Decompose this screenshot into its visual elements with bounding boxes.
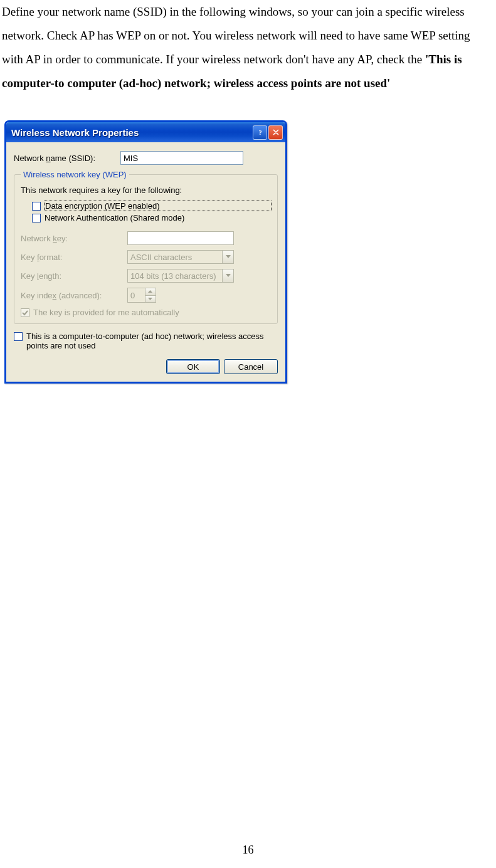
key-index-spinner: 0 [127,288,156,303]
key-length-select: 104 bits (13 characters) [127,269,234,283]
network-name-input[interactable] [120,151,243,165]
cancel-button[interactable]: Cancel [224,359,278,374]
network-key-label: Network key: [21,234,127,243]
titlebar-buttons: ? [253,125,283,140]
network-auth-checkbox[interactable] [32,214,41,222]
wep-group-description: This network requires a key for the foll… [21,186,271,195]
chevron-down-icon [222,251,233,263]
network-name-label: Network name (SSID): [14,154,120,163]
adhoc-checkbox[interactable] [14,332,23,341]
dialog-button-row: OK Cancel [14,359,278,374]
window-title: Wireless Network Properties [11,127,253,138]
key-index-row: Key index (advanced): 0 [21,288,271,303]
close-icon [272,128,280,136]
key-index-value: 0 [128,288,145,302]
auto-key-checkbox [21,308,29,317]
auto-key-label: The key is provided for me automatically [33,308,271,317]
wep-group-legend: Wireless network key (WEP) [21,170,129,179]
close-button[interactable] [268,125,283,140]
adhoc-row[interactable]: This is a computer-to-computer (ad hoc) … [14,332,278,350]
network-name-row: Network name (SSID): [14,151,278,165]
instruction-text: Define your network name (SSID) in the f… [2,5,470,66]
network-auth-row[interactable]: Network Authentication (Shared mode) [32,213,271,222]
key-length-label: Key length: [21,271,127,281]
ok-button[interactable]: OK [166,359,220,374]
check-icon [22,310,28,316]
adhoc-label: This is a computer-to-computer (ad hoc) … [26,332,278,350]
chevron-down-icon [222,269,233,282]
key-format-select: ASCII characters [127,250,234,264]
data-encryption-checkbox[interactable] [32,202,41,211]
page-number: 16 [0,844,496,857]
data-encryption-row[interactable]: Data encryption (WEP enabled) [32,201,271,211]
key-index-label: Key index (advanced): [21,291,127,300]
key-length-value: 104 bits (13 characters) [128,271,222,281]
dialog-body: Network name (SSID): Wireless network ke… [6,142,285,382]
data-encryption-label: Data encryption (WEP enabled) [45,201,271,211]
network-auth-label: Network Authentication (Shared mode) [45,213,271,222]
key-format-label: Key format: [21,253,127,262]
network-key-input [127,231,234,245]
key-format-value: ASCII characters [128,253,222,262]
key-format-row: Key format: ASCII characters [21,250,271,264]
svg-text:?: ? [258,129,261,136]
spinner-up-icon [145,288,156,296]
wireless-properties-dialog: Wireless Network Properties ? Network na… [4,120,287,384]
help-icon: ? [256,128,265,137]
key-length-row: Key length: 104 bits (13 characters) [21,269,271,283]
network-key-row: Network key: [21,231,271,245]
wep-group: Wireless network key (WEP) This network … [14,170,278,324]
help-button[interactable]: ? [253,125,267,140]
instruction-paragraph: Define your network name (SSID) in the f… [2,0,494,95]
title-bar[interactable]: Wireless Network Properties ? [6,122,285,142]
auto-key-row: The key is provided for me automatically [21,308,271,317]
spinner-down-icon [145,296,156,303]
